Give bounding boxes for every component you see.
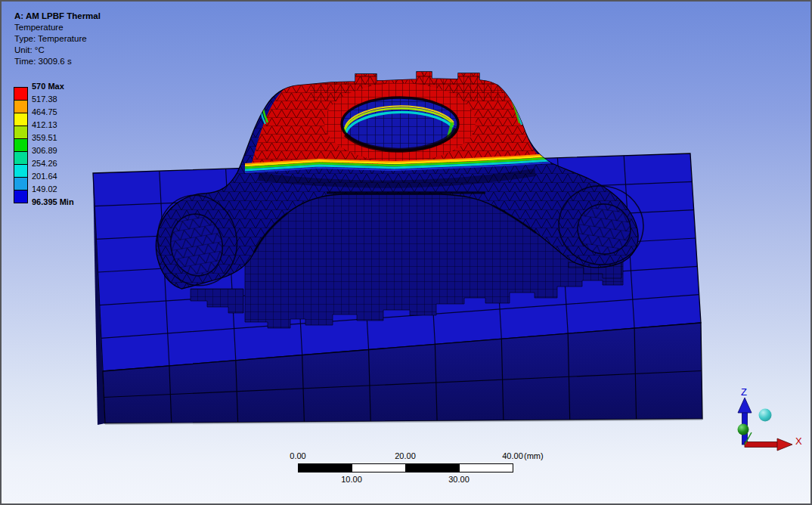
iso-view-ball[interactable] [759, 409, 772, 422]
result-name: Temperature [14, 22, 101, 33]
triad-y-ball[interactable] [738, 424, 749, 435]
ansys-graphics-viewport: Z X A: AM LPBF Thermal Temperature Type:… [0, 0, 812, 505]
scale-ruler: 0.00 20.00 40.00 (mm) 10.00 30.00 [298, 451, 547, 488]
orientation-triad[interactable]: Z X [738, 386, 803, 451]
legend-band [14, 113, 27, 126]
legend-band [14, 191, 27, 203]
model-3d-scene[interactable]: Z X [2, 2, 810, 503]
legend-band [14, 139, 27, 152]
legend-max-value: 570 Max [32, 82, 100, 91]
ruler-unit-label: (mm) [524, 451, 554, 460]
analysis-title: A: AM LPBF Thermal [14, 11, 101, 22]
legend-color-bar [14, 87, 28, 203]
result-time: Time: 3009.6 s [14, 56, 101, 67]
ruler-tick-label: 0.00 [280, 451, 315, 460]
ruler-segment [352, 463, 406, 472]
result-annotation: A: AM LPBF Thermal Temperature Type: Tem… [14, 11, 101, 67]
legend-value: 306.89 [32, 146, 100, 156]
ruler-tick-label: 10.00 [334, 475, 369, 484]
legend-band [14, 126, 27, 139]
legend-value: 149.02 [32, 184, 100, 194]
triad-x-label: X [795, 435, 802, 447]
triad-z-label: Z [741, 386, 747, 398]
triad-x-axis[interactable] [745, 442, 780, 448]
legend-band [14, 178, 27, 191]
result-type: Type: Temperature [14, 33, 101, 45]
legend-band [14, 152, 27, 165]
legend-value: 464.75 [32, 107, 100, 117]
ruler-tick-label: 20.00 [388, 451, 423, 460]
ruler-tick-label: 30.00 [442, 475, 476, 484]
ruler-segment [405, 463, 460, 472]
legend-value: 254.26 [32, 159, 100, 169]
legend-band [14, 165, 27, 178]
bracket-center-hole [342, 98, 458, 150]
legend-band [14, 88, 27, 101]
ruler-segment [298, 463, 352, 472]
legend-value: 201.64 [32, 172, 100, 181]
legend-value: 517.38 [32, 94, 100, 104]
legend-band [14, 101, 27, 113]
result-unit: Unit: °C [14, 45, 101, 56]
legend-min-value: 96.395 Min [32, 197, 100, 207]
ruler-segment [459, 463, 513, 472]
legend-value: 359.51 [32, 133, 100, 143]
legend-value: 412.13 [32, 120, 100, 130]
